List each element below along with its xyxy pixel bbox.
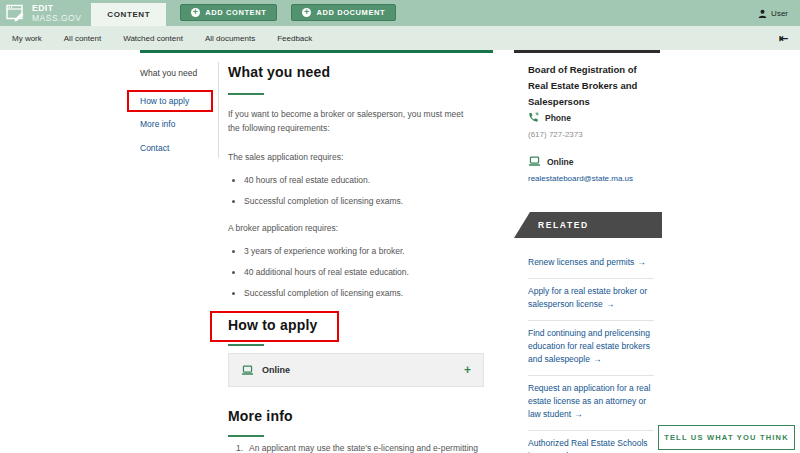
arrow-right-icon: → [574, 409, 583, 419]
org-name: Board of Registration of Real Estate Bro… [528, 62, 650, 110]
user-label: User [771, 9, 788, 18]
list-item: 40 additional hours of real estate educa… [244, 267, 472, 278]
phone-number[interactable]: (617) 727-2373 [528, 130, 583, 139]
list-item: 3 years of experience working for a brok… [244, 246, 472, 257]
link-label: Find continuing and prelicensing educati… [528, 328, 650, 364]
content-top-border [140, 50, 493, 53]
related-link-renew[interactable]: Renew licenses and permits→ [528, 250, 654, 279]
accordion-label: Online [262, 365, 290, 375]
link-label: Apply for a real estate broker or salesp… [528, 286, 647, 309]
add-content-label: ADD CONTENT [205, 8, 266, 17]
online-row: Online [528, 156, 573, 167]
intro-paragraph: If you want to become a broker or salesp… [228, 107, 476, 135]
sales-lead-paragraph: The sales application requires: [228, 150, 476, 164]
toolbar-collapse-icon[interactable]: ⇤ [779, 32, 788, 45]
related-link-apply[interactable]: Apply for a real estate broker or salesp… [528, 279, 654, 321]
online-accordion[interactable]: Online + [228, 353, 484, 387]
heading-how-to-apply: How to apply [228, 317, 318, 333]
admin-toolbar: EDIT MASS.GOV CONTENT + ADD CONTENT + AD… [0, 0, 800, 26]
heading-rule [228, 344, 264, 346]
laptop-icon [528, 156, 541, 167]
phone-label: Phone [545, 113, 571, 123]
sales-requirements-list: 40 hours of real estate education. Succe… [228, 175, 472, 217]
arrow-right-icon: → [606, 299, 615, 309]
list-item: 40 hours of real estate education. [244, 175, 472, 186]
logo-line1: EDIT [32, 3, 81, 13]
sidebar-top-border [514, 50, 660, 53]
more-info-list-item: 1. An applicant may use the state's e-li… [228, 443, 478, 453]
related-link-education[interactable]: Find continuing and prelicensing educati… [528, 321, 654, 376]
page-body: What you need How to apply More info Con… [0, 50, 800, 453]
submenu-all-content[interactable]: All content [64, 34, 101, 43]
heading-rule [228, 435, 264, 437]
submenu-all-documents[interactable]: All documents [205, 34, 255, 43]
browser-edit-icon [6, 4, 26, 22]
person-icon [758, 9, 767, 18]
plus-circle-icon: + [191, 8, 200, 17]
arrow-right-icon: → [593, 354, 602, 364]
related-link-attorney[interactable]: Request an application for a real estate… [528, 376, 654, 431]
expand-plus-icon[interactable]: + [464, 363, 471, 377]
phone-icon [528, 112, 539, 123]
tab-content[interactable]: CONTENT [91, 3, 166, 26]
list-text: An applicant may use the state's e-licen… [249, 443, 478, 453]
add-content-button[interactable]: + ADD CONTENT [180, 4, 277, 21]
list-number: 1. [236, 443, 243, 453]
email-link[interactable]: realestateboard@state.ma.us [528, 174, 633, 183]
link-label: Renew licenses and permits [528, 257, 634, 267]
list-item: Successful completion of licensing exams… [244, 288, 472, 299]
toc-item-more-info[interactable]: More info [140, 119, 175, 129]
broker-requirements-list: 3 years of experience working for a brok… [228, 246, 472, 309]
related-links: Renew licenses and permits→ Apply for a … [528, 250, 654, 453]
heading-more-info: More info [228, 408, 293, 424]
online-label: Online [547, 157, 573, 167]
admin-submenu: My work All content Watched content All … [0, 26, 800, 50]
list-item: Successful completion of licensing exams… [244, 196, 472, 207]
submenu-feedback[interactable]: Feedback [277, 34, 312, 43]
heading-what-you-need: What you need [228, 64, 330, 80]
link-label: Request an application for a real estate… [528, 383, 650, 419]
add-document-label: ADD DOCUMENT [316, 8, 385, 17]
toc-item-contact[interactable]: Contact [140, 143, 169, 153]
link-label: Authorized Real Estate Schools in Massac… [528, 438, 648, 453]
broker-lead-paragraph: A broker application requires: [228, 221, 476, 235]
laptop-icon [241, 365, 254, 376]
phone-row: Phone [528, 112, 571, 123]
tab-content-label: CONTENT [107, 10, 150, 19]
screen: EDIT MASS.GOV CONTENT + ADD CONTENT + AD… [0, 0, 800, 453]
toc-item-what-you-need[interactable]: What you need [140, 68, 197, 78]
submenu-watched-content[interactable]: Watched content [123, 34, 183, 43]
related-link-schools[interactable]: Authorized Real Estate Schools in Massac… [528, 431, 654, 453]
add-document-button[interactable]: + ADD DOCUMENT [291, 4, 396, 21]
heading-rule [228, 93, 264, 95]
tell-us-what-you-think-button[interactable]: TELL US WHAT YOU THINK [658, 425, 795, 450]
toc-item-how-to-apply[interactable]: How to apply [140, 96, 189, 106]
user-menu[interactable]: User [758, 0, 800, 26]
related-banner: RELATED [514, 212, 662, 238]
submenu-my-work[interactable]: My work [12, 34, 42, 43]
plus-circle-icon: + [302, 8, 311, 17]
arrow-right-icon: → [637, 257, 646, 267]
toc-divider [218, 62, 219, 158]
logo-line2: MASS.GOV [32, 13, 81, 23]
edit-massgov-logo[interactable]: EDIT MASS.GOV [0, 0, 91, 26]
